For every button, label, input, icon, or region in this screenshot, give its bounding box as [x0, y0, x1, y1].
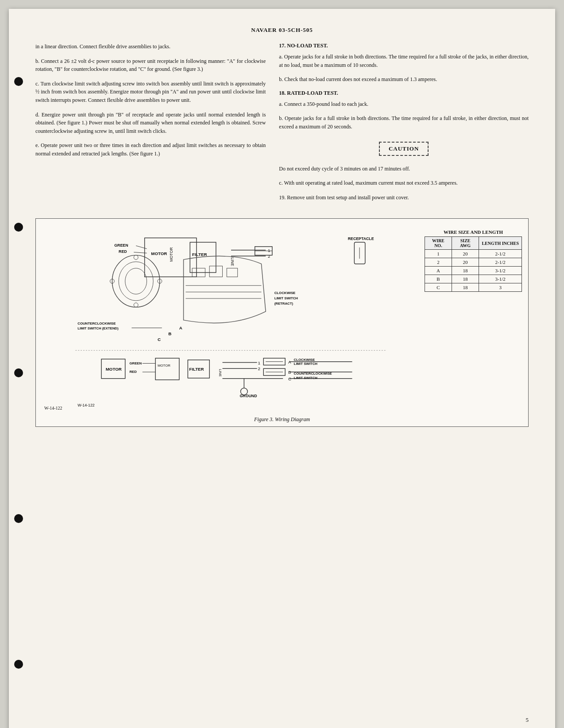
wire-table-body: 1202-1/22202-1/2A183-1/2B183-1/2C183 — [425, 250, 522, 292]
section18-para-b: b. Operate jacks for a full stroke in bo… — [279, 114, 529, 131]
svg-text:RED: RED — [119, 250, 127, 254]
left-column: in a linear direction. Connect flexible … — [35, 43, 266, 208]
svg-text:CLOCKWISE: CLOCKWISE — [294, 358, 315, 362]
svg-text:FILTER: FILTER — [189, 367, 204, 372]
table-cell: 18 — [452, 267, 479, 275]
table-cell: 2 — [425, 258, 452, 267]
svg-text:RECEPTACLE: RECEPTACLE — [348, 237, 374, 241]
table-cell: 18 — [452, 283, 479, 292]
table-header-row: WIRE NO. SIZE AWG LENGTH INCHES — [425, 237, 522, 250]
col-length: LENGTH INCHES — [479, 237, 522, 250]
svg-text:GREEN: GREEN — [114, 243, 128, 248]
margin-dot-2 — [14, 223, 23, 232]
table-cell: 2-1/2 — [479, 250, 522, 258]
table-row: 1202-1/2 — [425, 250, 522, 258]
table-row: 2202-1/2 — [425, 258, 522, 267]
svg-text:RED: RED — [129, 370, 137, 374]
caution-wrapper: CAUTION — [279, 137, 529, 160]
table-cell: B — [425, 275, 452, 283]
svg-point-17 — [134, 256, 138, 260]
drawing-number: W-14-122 — [44, 406, 62, 410]
wiring-diagram-svg: MOTOR MOTOR FILTER LINE 1 2 GREEN — [42, 225, 420, 411]
table-cell: 3 — [479, 283, 522, 292]
svg-text:W-14-122: W-14-122 — [77, 403, 95, 408]
svg-text:MOTOR: MOTOR — [106, 367, 122, 372]
table-cell: 20 — [452, 258, 479, 267]
margin-dot-3 — [14, 368, 23, 377]
header-title: NAVAER 03-5CH-505 — [251, 27, 313, 33]
svg-rect-39 — [155, 358, 179, 380]
section18-para-c: c. With unit operating at rated load, ma… — [279, 179, 529, 187]
table-cell: 1 — [425, 250, 452, 258]
caution-label: CAUTION — [389, 145, 419, 152]
svg-text:1: 1 — [268, 248, 270, 253]
right-column: 17. NO-LOAD TEST. a. Operate jacks for a… — [279, 43, 529, 208]
table-row: A183-1/2 — [425, 267, 522, 275]
svg-text:2: 2 — [258, 367, 260, 372]
svg-text:LIMIT SWITCH (EXTEND): LIMIT SWITCH (EXTEND) — [77, 327, 119, 331]
table-cell: 18 — [452, 275, 479, 283]
diagram-section: MOTOR MOTOR FILTER LINE 1 2 GREEN — [35, 218, 529, 427]
caution-text: Do not exceed duty cycle of 3 minutes on… — [279, 165, 529, 173]
para-b: b. Connect a 26 ±2 volt d-c power source… — [35, 57, 266, 74]
margin-dots — [14, 9, 23, 728]
section18-para-a: a. Connect a 350-pound load to each jack… — [279, 100, 529, 108]
para-e: e. Operate power unit two or three times… — [35, 141, 266, 158]
svg-text:LIMIT SWITCH: LIMIT SWITCH — [294, 376, 318, 380]
para-c: c. Turn clockwise limit switch adjusting… — [35, 80, 266, 105]
svg-rect-72 — [227, 268, 237, 277]
diagram-caption: Figure 3. Wiring Diagram — [42, 416, 522, 423]
page-number: 5 — [526, 716, 529, 724]
intro-text: in a linear direction. Connect flexible … — [35, 43, 266, 51]
section19-text: 19. Remove unit from test setup and inst… — [279, 194, 529, 202]
svg-text:MOTOR: MOTOR — [169, 248, 174, 262]
content-wrapper: in a linear direction. Connect flexible … — [35, 43, 529, 208]
svg-text:MOTOR: MOTOR — [151, 252, 167, 256]
table-cell: 3-1/2 — [479, 275, 522, 283]
section17-para-b: b. Check that no-load current does not e… — [279, 75, 529, 84]
svg-text:FILTER: FILTER — [192, 252, 207, 257]
svg-point-15 — [119, 262, 153, 301]
section17-title: 17. NO-LOAD TEST. — [279, 43, 529, 49]
table-cell: 2-1/2 — [479, 258, 522, 267]
svg-text:CLOCKWISE: CLOCKWISE — [274, 291, 296, 295]
svg-text:LINE: LINE — [218, 369, 222, 377]
diagram-table-area: WIRE SIZE AND LENGTH WIRE NO. SIZE AWG L… — [425, 225, 522, 413]
svg-text:(RETRACT): (RETRACT) — [274, 302, 294, 306]
caution-box: CAUTION — [379, 142, 429, 156]
table-row: B183-1/2 — [425, 275, 522, 283]
svg-text:B: B — [168, 331, 171, 336]
table-title: WIRE SIZE AND LENGTH — [425, 229, 522, 235]
diagram-inner: MOTOR MOTOR FILTER LINE 1 2 GREEN — [42, 225, 522, 413]
section18-title: 18. RATED-LOAD TEST. — [279, 90, 529, 97]
table-cell: 3-1/2 — [479, 267, 522, 275]
svg-text:A: A — [179, 326, 182, 331]
margin-dot-4 — [14, 514, 23, 523]
svg-text:2: 2 — [268, 254, 270, 259]
svg-text:COUNTERCLOCKWISE: COUNTERCLOCKWISE — [77, 321, 116, 325]
table-cell: A — [425, 267, 452, 275]
wire-table: WIRE NO. SIZE AWG LENGTH INCHES 1202-1/2… — [425, 236, 522, 292]
svg-text:MOTOR: MOTOR — [158, 364, 170, 368]
margin-dot-5 — [14, 660, 23, 669]
page-header: NAVAER 03-5CH-505 — [35, 27, 529, 34]
table-cell: C — [425, 283, 452, 292]
svg-point-14 — [112, 256, 159, 307]
col-wire-no: WIRE NO. — [425, 237, 452, 250]
svg-text:LIMIT SWITCH: LIMIT SWITCH — [274, 296, 298, 300]
section17-para-a: a. Operate jacks for a full stroke in bo… — [279, 53, 529, 69]
diagram-drawing: MOTOR MOTOR FILTER LINE 1 2 GREEN — [42, 225, 420, 413]
svg-line-11 — [136, 246, 147, 249]
svg-text:LIMIT SWITCH: LIMIT SWITCH — [294, 362, 318, 366]
svg-text:LINE: LINE — [230, 258, 235, 267]
svg-point-18 — [134, 303, 138, 307]
svg-text:GREEN: GREEN — [129, 361, 142, 365]
col-size: SIZE AWG — [452, 237, 479, 250]
para-d: d. Energize power unit through pin "B" o… — [35, 111, 266, 136]
svg-point-16 — [125, 268, 147, 294]
page: NAVAER 03-5CH-505 in a linear direction.… — [9, 9, 555, 728]
svg-text:1: 1 — [258, 360, 260, 365]
table-row: C183 — [425, 283, 522, 292]
margin-dot-1 — [14, 77, 23, 86]
svg-text:C: C — [158, 337, 161, 342]
